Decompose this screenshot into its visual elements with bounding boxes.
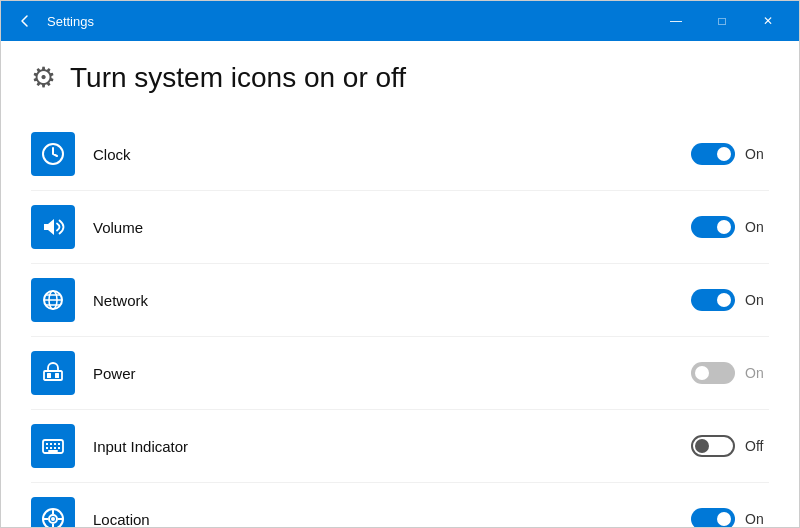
power-icon-box [31,351,75,395]
input-indicator-toggle-status: Off [745,438,769,454]
svg-rect-12 [50,443,52,445]
svg-rect-8 [47,373,51,378]
page-title: Turn system icons on or off [70,62,406,94]
keyboard-icon-box [31,424,75,468]
network-icon [41,288,65,312]
volume-toggle[interactable] [691,216,735,238]
clock-toggle-thumb [717,147,731,161]
back-button[interactable] [9,5,41,37]
power-icon [41,361,65,385]
volume-icon-box [31,205,75,249]
location-label: Location [93,511,691,528]
network-toggle-status: On [745,292,769,308]
svg-point-22 [51,517,55,521]
location-toggle[interactable] [691,508,735,527]
close-button[interactable]: ✕ [745,1,791,41]
setting-row-volume: Volume On [31,191,769,264]
input-indicator-label: Input Indicator [93,438,691,455]
input-indicator-toggle-thumb [695,439,709,453]
location-icon-box [31,497,75,527]
network-toggle-container: On [691,289,769,311]
volume-icon [41,215,65,239]
setting-row-power: Power On [31,337,769,410]
svg-rect-19 [48,450,58,452]
power-toggle-container: On [691,362,769,384]
maximize-button[interactable]: □ [699,1,745,41]
content-area: ⚙ Turn system icons on or off Clock [1,41,799,527]
svg-rect-13 [54,443,56,445]
settings-window: Settings — □ ✕ ⚙ Turn system icons on or… [0,0,800,528]
location-toggle-status: On [745,511,769,527]
svg-marker-1 [44,219,54,235]
setting-row-location: Location On [31,483,769,527]
input-indicator-toggle[interactable] [691,435,735,457]
svg-rect-14 [58,443,60,445]
location-icon [41,507,65,527]
window-controls: — □ ✕ [653,1,791,41]
svg-rect-15 [46,447,48,449]
clock-icon [41,142,65,166]
minimize-button[interactable]: — [653,1,699,41]
power-toggle[interactable] [691,362,735,384]
settings-list: Clock On Volume [31,118,769,527]
titlebar-title: Settings [47,14,653,29]
svg-rect-9 [55,373,59,378]
svg-rect-17 [54,447,56,449]
clock-toggle-status: On [745,146,769,162]
svg-rect-11 [46,443,48,445]
volume-label: Volume [93,219,691,236]
input-indicator-toggle-container: Off [691,435,769,457]
titlebar: Settings — □ ✕ [1,1,799,41]
network-toggle-thumb [717,293,731,307]
svg-rect-16 [50,447,52,449]
volume-toggle-container: On [691,216,769,238]
power-toggle-thumb [695,366,709,380]
location-toggle-container: On [691,508,769,527]
network-label: Network [93,292,691,309]
settings-gear-icon: ⚙ [31,61,56,94]
clock-label: Clock [93,146,691,163]
power-label: Power [93,365,691,382]
clock-toggle[interactable] [691,143,735,165]
setting-row-input-indicator: Input Indicator Off [31,410,769,483]
page-header: ⚙ Turn system icons on or off [31,61,769,94]
setting-row-clock: Clock On [31,118,769,191]
svg-rect-18 [58,447,60,449]
svg-rect-7 [44,371,62,380]
clock-toggle-container: On [691,143,769,165]
power-toggle-status: On [745,365,769,381]
network-icon-box [31,278,75,322]
volume-toggle-status: On [745,219,769,235]
volume-toggle-thumb [717,220,731,234]
network-toggle[interactable] [691,289,735,311]
clock-icon-box [31,132,75,176]
keyboard-icon [41,434,65,458]
setting-row-network: Network On [31,264,769,337]
location-toggle-thumb [717,512,731,526]
